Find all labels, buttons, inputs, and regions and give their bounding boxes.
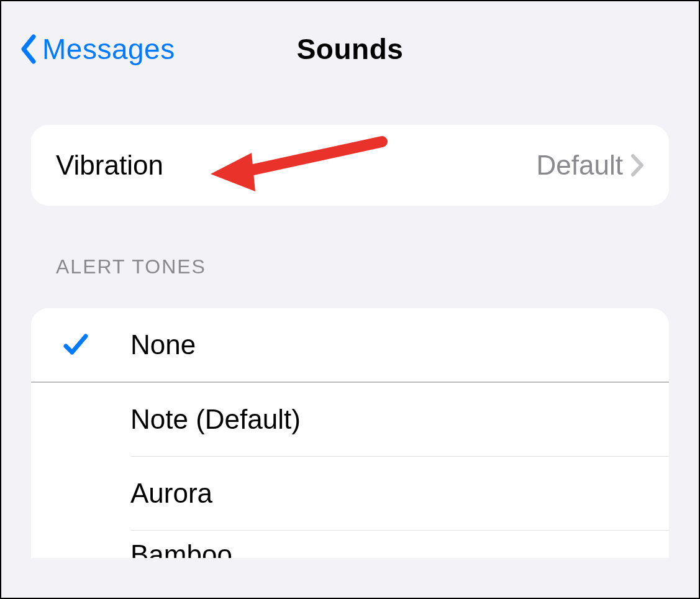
tone-row-bamboo[interactable]: Bamboo xyxy=(31,531,669,558)
tone-label: None xyxy=(130,329,196,360)
checkmark-icon xyxy=(62,331,89,359)
page-title: Sounds xyxy=(297,32,404,66)
vibration-row[interactable]: Vibration Default xyxy=(31,125,669,206)
vibration-label: Vibration xyxy=(56,150,537,181)
tone-label: Note (Default) xyxy=(130,404,301,435)
tone-row-note[interactable]: Note (Default) xyxy=(31,383,669,456)
alert-tones-header: ALERT TONES xyxy=(31,255,669,290)
tone-row-none[interactable]: None xyxy=(31,308,669,382)
tone-label: Bamboo xyxy=(130,539,232,558)
vibration-group: Vibration Default xyxy=(31,125,669,206)
tone-row-aurora[interactable]: Aurora xyxy=(31,457,669,530)
vibration-value: Default xyxy=(537,150,623,181)
header-bar: Messages Sounds xyxy=(1,1,699,85)
back-button[interactable]: Messages xyxy=(20,32,175,66)
alert-tones-group: None Note (Default) Aurora Bamboo xyxy=(31,308,669,558)
tone-label: Aurora xyxy=(130,478,212,509)
back-label: Messages xyxy=(42,32,175,66)
chevron-right-icon xyxy=(630,153,644,177)
chevron-left-icon xyxy=(20,34,37,64)
